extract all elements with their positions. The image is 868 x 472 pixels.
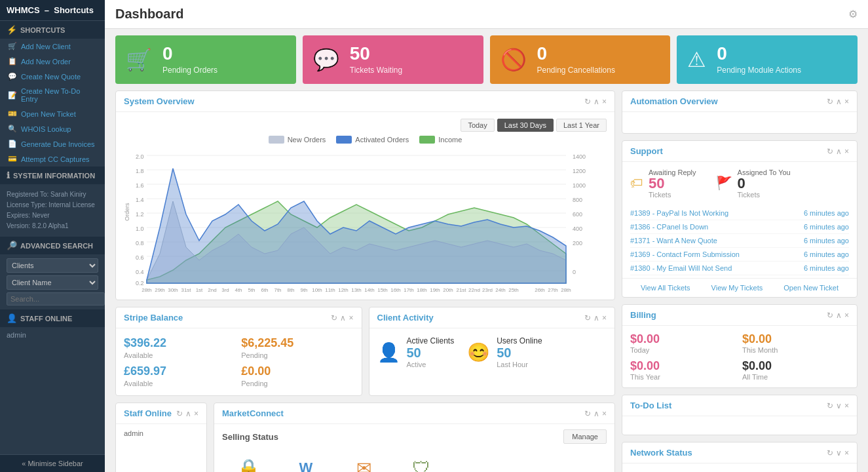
svg-text:17th: 17th: [404, 287, 414, 293]
svg-text:22nd: 22nd: [468, 287, 480, 293]
billing-this-year: $0.00 This Year: [630, 359, 737, 381]
close-network-icon[interactable]: ×: [844, 448, 849, 458]
system-overview-widget: System Overview ↻ ∧ × Today Last 30 Days…: [115, 90, 615, 300]
stat-card-tickets-waiting[interactable]: 💬 50 Tickets Waiting: [303, 35, 483, 84]
advanced-search-section: 🔎 Advanced Search: [0, 237, 105, 254]
search-field-dropdown[interactable]: Client Name: [7, 275, 98, 290]
ticket-id-1386[interactable]: #1386 - CPanel Is Down: [630, 223, 708, 231]
view-all-tickets-link[interactable]: View All Tickets: [641, 284, 690, 292]
close-ao-icon[interactable]: ×: [844, 97, 849, 106]
market-item-email: ✉ Hosted Emailby Open-Xchange NOT SELLIN…: [337, 452, 390, 472]
close-ca-icon[interactable]: ×: [602, 313, 607, 323]
sidebar-item-new-todo[interactable]: 📝 Create New To-Do Entry: [0, 84, 105, 106]
cc-captures-link[interactable]: Attempt CC Captures: [21, 155, 90, 163]
expand-ao-icon[interactable]: ∧: [836, 97, 842, 106]
refresh-icon[interactable]: ↻: [584, 97, 591, 106]
billing-today: $0.00 Today: [630, 332, 737, 354]
active-clients-num: 50: [407, 345, 455, 361]
expand-support-icon[interactable]: ∧: [836, 147, 842, 156]
sidebar-item-new-quote[interactable]: 💬 Create New Quote: [0, 69, 105, 84]
refresh-mc-icon[interactable]: ↻: [584, 409, 591, 418]
new-quote-link[interactable]: Create New Quote: [21, 73, 81, 81]
logo-text: WHMCS: [7, 5, 40, 15]
weebly-icon: W: [290, 452, 322, 472]
refresh-ao-icon[interactable]: ↻: [827, 97, 833, 106]
stat-card-pending-module-actions[interactable]: ⚠ 0 Pending Module Actions: [677, 35, 858, 84]
invoices-icon: 📄: [8, 140, 17, 148]
refresh-todo-icon[interactable]: ↻: [827, 401, 833, 410]
svg-text:29th: 29th: [155, 287, 165, 293]
settings-gear-icon[interactable]: ⚙: [848, 8, 858, 20]
whois-link[interactable]: WHOIS Lookup: [21, 125, 71, 133]
billing-alltime-label: All Time: [742, 373, 849, 381]
stat-card-pending-orders[interactable]: 🛒 0 Pending Orders: [115, 35, 296, 84]
expand-todo-icon[interactable]: ∨: [836, 401, 842, 410]
ticket-id-1369[interactable]: #1369 - Contact Form Submission: [630, 250, 740, 258]
staff-online-widget-title: Staff Online: [124, 408, 172, 418]
pending-module-number: 0: [717, 45, 801, 63]
awaiting-reply-item: 🏷 Awaiting Reply 50 Tickets: [630, 167, 696, 199]
add-order-link[interactable]: Add New Order: [21, 58, 71, 66]
svg-text:3rd: 3rd: [221, 287, 229, 293]
chart-1year-button[interactable]: Last 1 Year: [556, 119, 607, 132]
add-client-icon: 🛒: [8, 42, 17, 50]
sidebar-item-add-order[interactable]: 📋 Add New Order: [0, 54, 105, 69]
sidebar-item-whois[interactable]: 🔍 WHOIS Lookup: [0, 121, 105, 136]
refresh-ca-icon[interactable]: ↻: [584, 313, 591, 323]
search-input[interactable]: [7, 292, 105, 305]
open-new-ticket-link[interactable]: Open New Ticket: [783, 284, 839, 292]
ticket-id-1380[interactable]: #1380 - My Email Will Not Send: [630, 264, 732, 272]
invoices-link[interactable]: Generate Due Invoices: [21, 140, 95, 148]
close-so-icon[interactable]: ×: [194, 409, 198, 418]
close-todo-icon[interactable]: ×: [844, 401, 849, 410]
expand-ca-icon[interactable]: ∧: [594, 313, 599, 323]
system-overview-body: Today Last 30 Days Last 1 Year New Order…: [116, 112, 614, 300]
expand-stripe-icon[interactable]: ∧: [340, 313, 346, 323]
chart-30days-button[interactable]: Last 30 Days: [497, 119, 554, 132]
ticket-overview-row: 🏷 Awaiting Reply 50 Tickets 🚩: [622, 162, 857, 204]
view-my-tickets-link[interactable]: View My Tickets: [711, 284, 763, 292]
expand-icon[interactable]: ∧: [594, 97, 599, 106]
svg-text:2.0: 2.0: [136, 153, 144, 160]
sidebar-item-add-client[interactable]: 🛒 Add New Client: [0, 39, 105, 54]
refresh-network-icon[interactable]: ↻: [827, 448, 833, 458]
sidebar-item-invoices[interactable]: 📄 Generate Due Invoices: [0, 136, 105, 151]
legend-income: Income: [419, 136, 462, 144]
expand-billing-icon[interactable]: ∧: [836, 311, 842, 320]
sidebar-item-new-ticket[interactable]: 🎫 Open New Ticket: [0, 106, 105, 121]
system-info-block: Registered To: Sarah Kiniry License Type…: [0, 184, 105, 237]
expand-network-icon[interactable]: ∨: [836, 448, 842, 458]
support-controls: ↻ ∧ ×: [827, 147, 849, 156]
new-todo-link[interactable]: Create New To-Do Entry: [21, 87, 98, 103]
search-type-dropdown[interactable]: Clients: [7, 258, 98, 273]
todo-title: To-Do List: [630, 401, 671, 410]
billing-header: Billing ↻ ∧ ×: [622, 305, 857, 326]
ticket-time-1389: 6 minutes ago: [804, 209, 849, 217]
new-ticket-link[interactable]: Open New Ticket: [21, 110, 76, 118]
minimise-sidebar-button[interactable]: « Minimise Sidebar: [0, 454, 105, 472]
sidebar-item-cc-captures[interactable]: 💳 Attempt CC Captures: [0, 151, 105, 167]
refresh-stripe-icon[interactable]: ↻: [331, 313, 337, 323]
close-billing-icon[interactable]: ×: [844, 311, 849, 320]
close-stripe-icon[interactable]: ×: [349, 313, 353, 323]
manage-marketconnect-button[interactable]: Manage: [563, 429, 607, 444]
add-client-link[interactable]: Add New Client: [21, 43, 71, 50]
svg-text:21st: 21st: [456, 287, 466, 293]
svg-text:8th: 8th: [287, 287, 294, 293]
ticket-id-1371[interactable]: #1371 - Want A New Quote: [630, 237, 717, 245]
refresh-support-icon[interactable]: ↻: [827, 147, 833, 156]
chart-today-button[interactable]: Today: [461, 119, 494, 132]
close-mc-icon[interactable]: ×: [602, 409, 607, 418]
refresh-so-icon[interactable]: ↻: [176, 409, 183, 418]
refresh-billing-icon[interactable]: ↻: [827, 311, 833, 320]
close-icon[interactable]: ×: [602, 97, 607, 106]
legend-dot-new-orders: [269, 136, 284, 144]
ticket-id-1389[interactable]: #1389 - PayPal Is Not Working: [630, 209, 728, 217]
expand-so-icon[interactable]: ∧: [185, 409, 191, 418]
expand-mc-icon[interactable]: ∧: [594, 409, 599, 418]
billing-today-label: Today: [630, 346, 737, 354]
license-type: License Type: Internal License: [7, 200, 98, 210]
stat-card-pending-cancellations[interactable]: 🚫 0 Pending Cancellations: [490, 35, 671, 84]
svg-text:1st: 1st: [196, 287, 203, 293]
close-support-icon[interactable]: ×: [844, 147, 849, 156]
